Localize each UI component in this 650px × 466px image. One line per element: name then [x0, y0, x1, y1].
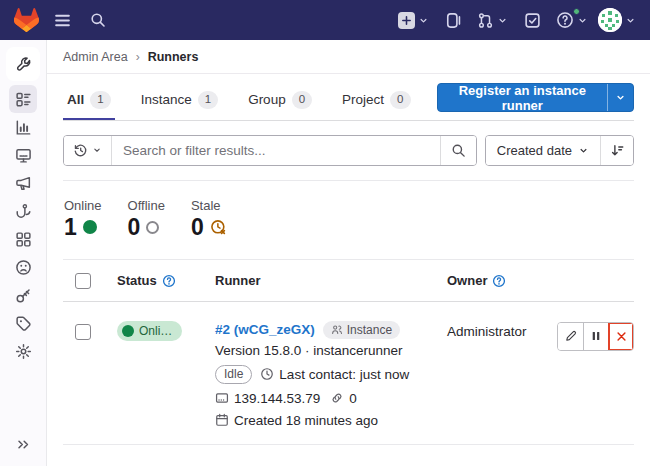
chevron-down-icon: [577, 15, 588, 26]
edit-runner-button[interactable]: [558, 323, 583, 350]
gitlab-logo[interactable]: [12, 6, 40, 34]
ip-address-text: 139.144.53.79: [234, 391, 320, 406]
user-menu-button[interactable]: [598, 6, 636, 34]
sidebar-item-monitoring[interactable]: [9, 141, 37, 169]
sort-descending-icon: [610, 143, 625, 158]
merge-requests-button[interactable]: [477, 6, 508, 34]
idle-badge: Idle: [215, 365, 252, 384]
tab-all-label: All: [67, 92, 84, 107]
linked-projects-count: 0: [330, 391, 357, 406]
tab-group-count: 0: [292, 91, 312, 109]
sidebar-item-deploy-keys[interactable]: [9, 281, 37, 309]
apps-grid-icon: [15, 231, 32, 248]
key-icon: [15, 287, 32, 304]
runner-link[interactable]: #2 (wCG_zeGX): [215, 322, 315, 337]
online-dot-icon: [122, 325, 134, 337]
search-icon: [90, 12, 106, 28]
search-submit-button[interactable]: [440, 136, 476, 165]
sidebar-item-admin-area[interactable]: [6, 47, 40, 81]
tab-instance-count: 1: [198, 91, 218, 109]
sidebar-item-overview[interactable]: [9, 85, 37, 113]
user-avatar: [598, 8, 622, 32]
help-icon: [556, 11, 574, 29]
breadcrumb-admin-area[interactable]: Admin Area: [63, 50, 128, 64]
sidebar-item-analytics[interactable]: [9, 113, 37, 141]
frown-face-icon: [15, 259, 32, 276]
hamburger-icon: [54, 12, 71, 29]
pause-runner-button[interactable]: [583, 323, 608, 350]
double-chevron-right-icon: [16, 437, 31, 452]
owner-column-header: Owner: [447, 273, 487, 288]
todo-check-icon: [524, 12, 541, 29]
offline-status-icon: [146, 221, 159, 234]
stat-offline-label: Offline: [128, 198, 165, 213]
sidebar-toggle-button[interactable]: [48, 6, 76, 34]
global-search-button[interactable]: [84, 6, 112, 34]
tab-instance[interactable]: Instance 1: [137, 80, 222, 120]
gitlab-admin-runners-page: Admin Area › Runners All 1 Instance 1: [0, 0, 650, 466]
sidebar-expand-button[interactable]: [9, 430, 37, 458]
ip-address: 139.144.53.79: [215, 391, 320, 406]
sidebar-item-labels[interactable]: [9, 309, 37, 337]
overview-list-icon: [15, 91, 32, 108]
breadcrumb: Admin Area › Runners: [47, 40, 650, 74]
tab-project-label: Project: [342, 92, 384, 107]
sidebar-item-messages[interactable]: [9, 169, 37, 197]
chevron-down-icon: [615, 92, 626, 103]
sort-by-label: Created date: [497, 143, 572, 158]
sort-control: Created date: [485, 135, 634, 166]
sort-direction-button[interactable]: [600, 136, 633, 165]
sidebar-item-applications[interactable]: [9, 225, 37, 253]
monitor-icon: [15, 147, 32, 164]
stat-stale-label: Stale: [191, 198, 227, 213]
register-dropdown-toggle[interactable]: [608, 92, 633, 103]
sort-by-dropdown[interactable]: Created date: [486, 136, 600, 165]
tab-project[interactable]: Project 0: [338, 80, 414, 120]
help-notification-dot: [573, 8, 580, 15]
plus-icon: [398, 12, 415, 29]
online-status-icon: [83, 220, 97, 234]
pause-icon: [590, 330, 602, 342]
register-button-label: Register an instance runner: [438, 83, 608, 113]
host-icon: [215, 391, 229, 405]
chevron-down-icon: [497, 15, 508, 26]
status-help-icon[interactable]: [162, 274, 176, 288]
runner-summary-cell: #2 (wCG_zeGX) Instance Version 15.8.0: [215, 321, 447, 428]
select-all-checkbox[interactable]: [75, 273, 91, 289]
owner-help-icon[interactable]: [492, 274, 506, 288]
owner-link[interactable]: Administrator: [447, 324, 527, 339]
sidebar-item-abuse-reports[interactable]: [9, 253, 37, 281]
help-menu-button[interactable]: [556, 6, 588, 34]
instance-type-badge: Instance: [323, 321, 400, 339]
register-instance-runner-button[interactable]: Register an instance runner: [437, 83, 635, 112]
filtered-search-bar: [63, 135, 477, 166]
stat-stale-value: 0: [191, 216, 204, 239]
row-checkbox[interactable]: [75, 324, 91, 340]
megaphone-icon: [15, 175, 32, 192]
search-history-button[interactable]: [64, 136, 112, 165]
issues-icon: [445, 12, 462, 29]
search-input[interactable]: [112, 136, 440, 165]
tab-group-label: Group: [248, 92, 286, 107]
hook-icon: [15, 203, 32, 220]
tab-group[interactable]: Group 0: [244, 80, 316, 120]
tab-instance-label: Instance: [141, 92, 192, 107]
tab-all[interactable]: All 1: [63, 80, 115, 120]
sidebar-item-system-hooks[interactable]: [9, 197, 37, 225]
tanuki-icon: [14, 8, 39, 32]
sidebar-item-settings[interactable]: [9, 337, 37, 365]
top-navigation-bar: [0, 0, 650, 40]
created-time: Created 18 minutes ago: [215, 413, 447, 428]
history-icon: [73, 143, 88, 158]
runner-table-row: Online #2 (wCG_zeGX): [63, 302, 634, 445]
instance-badge-label: Instance: [347, 323, 392, 337]
wrench-icon: [15, 56, 32, 73]
tab-project-count: 0: [390, 91, 410, 109]
stat-online: Online 1: [64, 198, 102, 239]
issues-button[interactable]: [439, 6, 467, 34]
clock-icon: [260, 367, 274, 381]
todo-list-button[interactable]: [518, 6, 546, 34]
delete-runner-button[interactable]: [608, 323, 633, 350]
stat-offline: Offline 0: [128, 198, 165, 239]
new-menu-button[interactable]: [398, 6, 429, 34]
